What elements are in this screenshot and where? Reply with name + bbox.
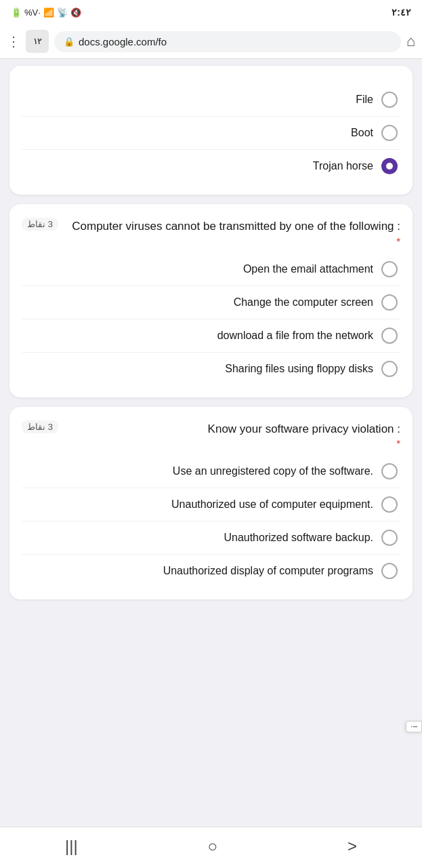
question-3-required: * bbox=[396, 437, 400, 449]
option-download-radio[interactable] bbox=[381, 328, 398, 344]
option-unauthorized-equip-label: Unauthorized use of computer equipment. bbox=[171, 498, 373, 511]
option-email-radio[interactable] bbox=[381, 261, 398, 277]
option-file-label: File bbox=[356, 94, 373, 106]
option-unregistered-radio[interactable] bbox=[381, 463, 398, 479]
option-boot-radio[interactable] bbox=[381, 125, 398, 141]
nav-home-icon[interactable]: ○ bbox=[194, 834, 232, 859]
question-2-meta: 3 نقاط Computer viruses cannot be transm… bbox=[22, 218, 400, 248]
scroll-content: File Boot Trojan horse 3 نقاط Computer v… bbox=[0, 59, 422, 827]
option-download[interactable]: download a file from the network bbox=[22, 321, 400, 351]
browser-tab-count[interactable]: ١٢ bbox=[26, 30, 49, 53]
question-3-options: Use an unregistered copy of the software… bbox=[22, 456, 400, 586]
option-trojan[interactable]: Trojan horse bbox=[22, 151, 400, 181]
question-2-text: Computer viruses cannot be transmitted b… bbox=[64, 218, 400, 235]
sound-icon: 🔇 bbox=[70, 7, 81, 18]
question-2-required: * bbox=[396, 235, 400, 247]
question-1-options: File Boot Trojan horse bbox=[22, 85, 400, 181]
question-2-points: 3 نقاط bbox=[22, 218, 58, 231]
option-file-radio[interactable] bbox=[381, 92, 398, 108]
battery-icon: 🔋 bbox=[11, 7, 22, 18]
option-email-label: Open the email attachment bbox=[243, 263, 373, 275]
option-backup-label: Unauthorized software backup. bbox=[224, 532, 373, 544]
option-unregistered-label: Use an unregistered copy of the software… bbox=[173, 465, 373, 477]
url-bar[interactable]: 🔒 docs.google.com/fo bbox=[54, 31, 401, 52]
feedback-icon: ! bbox=[409, 726, 419, 728]
option-boot[interactable]: Boot bbox=[22, 118, 400, 148]
question-3-text: Know your software privacy violation : bbox=[64, 420, 400, 438]
option-floppy[interactable]: Sharing files using floppy disks bbox=[22, 354, 400, 384]
battery-percent: %V· bbox=[24, 7, 41, 18]
option-unauthorized-equip-radio[interactable] bbox=[381, 496, 398, 513]
option-trojan-label: Trojan horse bbox=[313, 160, 373, 172]
feedback-button[interactable]: ! bbox=[406, 721, 422, 732]
question-1-card: File Boot Trojan horse bbox=[9, 66, 413, 195]
option-display[interactable]: Unauthorized display of computer program… bbox=[22, 556, 400, 586]
question-2-card: 3 نقاط Computer viruses cannot be transm… bbox=[9, 204, 413, 397]
option-display-radio[interactable] bbox=[381, 563, 398, 579]
status-bar: 🔋 %V· 📶 📡 🔇 ٢:٤٢ bbox=[0, 0, 422, 24]
status-left: 🔋 %V· 📶 📡 🔇 bbox=[11, 7, 81, 18]
option-file[interactable]: File bbox=[22, 85, 400, 115]
option-download-label: download a file from the network bbox=[217, 330, 373, 342]
option-email[interactable]: Open the email attachment bbox=[22, 254, 400, 284]
option-screen-radio[interactable] bbox=[381, 294, 398, 311]
option-screen-label: Change the computer screen bbox=[234, 296, 373, 309]
option-unauthorized-equip[interactable]: Unauthorized use of computer equipment. bbox=[22, 490, 400, 519]
browser-menu-icon[interactable]: ⋮ bbox=[7, 33, 20, 50]
option-screen[interactable]: Change the computer screen bbox=[22, 288, 400, 317]
signal-icon: 📶 bbox=[43, 7, 54, 18]
question-2-options: Open the email attachment Change the com… bbox=[22, 254, 400, 384]
nav-back-icon[interactable]: ||| bbox=[51, 834, 91, 859]
wifi-icon: 📡 bbox=[57, 7, 68, 18]
status-time: ٢:٤٢ bbox=[392, 7, 411, 18]
option-floppy-radio[interactable] bbox=[381, 361, 398, 377]
question-3-card: 3 نقاط Know your software privacy violat… bbox=[9, 407, 413, 600]
question-3-points: 3 نقاط bbox=[22, 420, 58, 433]
lock-icon: 🔒 bbox=[64, 37, 75, 47]
option-display-label: Unauthorized display of computer program… bbox=[163, 565, 373, 577]
nav-forward-icon[interactable]: > bbox=[334, 834, 371, 859]
question-3-meta: 3 نقاط Know your software privacy violat… bbox=[22, 420, 400, 450]
home-icon[interactable]: ⌂ bbox=[406, 33, 415, 50]
option-backup[interactable]: Unauthorized software backup. bbox=[22, 523, 400, 553]
bottom-nav: ||| ○ > bbox=[0, 827, 422, 868]
option-boot-label: Boot bbox=[351, 127, 373, 139]
option-trojan-radio[interactable] bbox=[381, 158, 398, 174]
option-backup-radio[interactable] bbox=[381, 530, 398, 546]
option-unregistered[interactable]: Use an unregistered copy of the software… bbox=[22, 456, 400, 486]
url-text: docs.google.com/fo bbox=[79, 36, 167, 47]
browser-bar: ⋮ ١٢ 🔒 docs.google.com/fo ⌂ bbox=[0, 24, 422, 59]
option-floppy-label: Sharing files using floppy disks bbox=[225, 363, 373, 375]
